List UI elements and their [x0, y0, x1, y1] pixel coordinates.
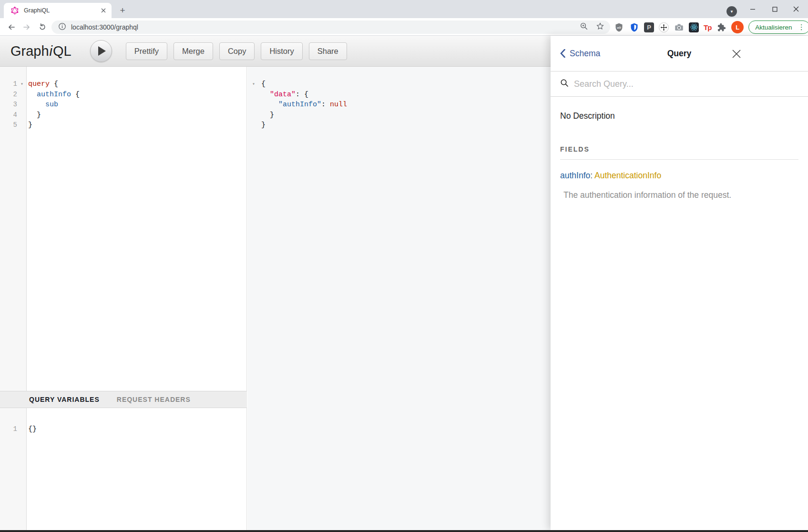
- update-label: Aktualisieren: [755, 24, 792, 31]
- forward-icon[interactable]: [20, 20, 33, 34]
- tab-title: GraphiQL: [24, 7, 95, 14]
- graphql-favicon-icon: [10, 5, 20, 16]
- code-text: query {: [27, 79, 58, 90]
- fold-gutter: [247, 100, 260, 110]
- code-line: 1▾query {: [0, 79, 246, 90]
- code-line: 4 }: [0, 110, 246, 121]
- code-text: }: [260, 120, 266, 131]
- secondary-editor-title-bar: QUERY VARIABLES REQUEST HEADERS: [0, 391, 247, 408]
- result-viewer[interactable]: ▾{ "data": { "authInfo": null }}: [247, 67, 551, 530]
- bookmark-star-icon[interactable]: [596, 22, 604, 32]
- code-text: "data": {: [260, 90, 308, 100]
- query-code: 1▾query {2 authInfo {3 sub4 }5}: [0, 79, 246, 131]
- fold-gutter: [17, 90, 27, 100]
- doc-close-icon[interactable]: [730, 47, 743, 61]
- fold-arrow-icon[interactable]: ▾: [17, 79, 27, 90]
- window-close-button[interactable]: [787, 2, 805, 16]
- taskbar-edge: [0, 530, 808, 532]
- doc-explorer-header: Schema Query: [551, 36, 808, 72]
- privacy-extension-icon[interactable]: P: [644, 22, 654, 32]
- reload-icon[interactable]: [35, 20, 49, 34]
- doc-back-link[interactable]: Schema: [560, 49, 600, 59]
- zoom-icon[interactable]: [580, 22, 588, 32]
- chevron-left-icon: [560, 49, 565, 58]
- query-editor[interactable]: 1▾query {2 authInfo {3 sub4 }5}: [0, 67, 247, 391]
- code-text: {}: [27, 424, 37, 435]
- fields-divider: [560, 159, 798, 160]
- code-line: 3 sub: [0, 100, 246, 110]
- code-text: "authInfo": null: [260, 100, 347, 110]
- result-code: ▾{ "data": { "authInfo": null }}: [247, 79, 551, 131]
- profile-avatar[interactable]: L: [731, 21, 744, 33]
- doc-search-input[interactable]: [574, 79, 798, 89]
- toolbar-buttons: Prettify Merge Copy History Share: [126, 42, 347, 60]
- code-text: authInfo {: [27, 90, 80, 100]
- fold-gutter: [17, 424, 27, 435]
- browser-tab[interactable]: GraphiQL: [4, 3, 112, 18]
- browser-update-button[interactable]: Aktualisieren ⋮: [748, 20, 808, 34]
- field-name-link[interactable]: authInfo: [560, 171, 590, 180]
- execute-query-button[interactable]: [90, 40, 112, 62]
- merge-button[interactable]: Merge: [174, 42, 213, 60]
- fold-gutter: [247, 120, 260, 131]
- url-text[interactable]: localhost:3000/graphql: [71, 23, 138, 31]
- fold-gutter: [17, 120, 27, 131]
- tab-request-headers[interactable]: REQUEST HEADERS: [117, 396, 191, 403]
- line-number: 5: [0, 120, 17, 131]
- move-tool-extension-icon[interactable]: [659, 22, 669, 32]
- new-tab-button[interactable]: +: [116, 4, 129, 17]
- code-line: ▾{: [247, 79, 551, 90]
- field-description: The authentication information of the re…: [560, 190, 798, 200]
- tp-extension-icon[interactable]: Tp: [704, 23, 711, 31]
- doc-search-bar: [551, 72, 808, 97]
- fields-heading: FIELDS: [560, 145, 798, 153]
- code-line: }: [247, 110, 551, 121]
- graphiql-toolbar: GraphiQL Prettify Merge Copy History Sha…: [0, 36, 551, 67]
- bitwarden-extension-icon[interactable]: [629, 22, 639, 32]
- code-line: }: [247, 120, 551, 131]
- browser-menu-icon[interactable]: ⋮: [797, 23, 807, 31]
- code-line: 5}: [0, 120, 246, 131]
- browser-toolbar: localhost:3000/graphql uO P Tp: [0, 18, 808, 36]
- code-line: 1{}: [0, 424, 246, 435]
- line-number: 1: [0, 79, 17, 90]
- extensions-puzzle-icon[interactable]: [716, 22, 726, 32]
- tab-query-variables[interactable]: QUERY VARIABLES: [29, 396, 100, 403]
- field-type-link[interactable]: AuthenticationInfo: [594, 171, 661, 180]
- ublock-extension-icon[interactable]: uO: [614, 22, 624, 32]
- share-button[interactable]: Share: [309, 42, 347, 60]
- back-icon[interactable]: [5, 20, 18, 34]
- line-number: 1: [0, 424, 17, 435]
- code-text: }: [27, 120, 32, 131]
- fold-gutter: [247, 90, 260, 100]
- variables-code: 1{}: [0, 424, 246, 435]
- doc-explorer-title: Query: [667, 49, 692, 59]
- fold-gutter: [17, 110, 27, 121]
- type-description: No Description: [560, 111, 798, 121]
- window-maximize-button[interactable]: [766, 2, 784, 16]
- graphiql-logo: GraphiQL: [10, 43, 72, 59]
- browser-tab-strip: GraphiQL + ▼: [0, 0, 808, 18]
- screenshot-extension-icon[interactable]: [674, 22, 684, 32]
- chrome-status-caret-icon[interactable]: ▼: [726, 6, 737, 17]
- site-info-icon[interactable]: [58, 22, 66, 32]
- code-text: sub: [27, 100, 58, 110]
- line-number: 2: [0, 90, 17, 100]
- prettify-button[interactable]: Prettify: [126, 42, 167, 60]
- history-button[interactable]: History: [261, 42, 302, 60]
- line-number: 4: [0, 110, 17, 121]
- react-devtools-extension-icon[interactable]: [689, 22, 699, 32]
- code-line: "authInfo": null: [247, 100, 551, 110]
- copy-button[interactable]: Copy: [219, 42, 255, 60]
- doc-explorer-contents: No Description FIELDS authInfo: Authenti…: [551, 97, 808, 200]
- variables-editor[interactable]: 1{}: [0, 408, 247, 530]
- window-minimize-button[interactable]: [744, 2, 762, 16]
- code-text: {: [260, 79, 266, 90]
- code-line: "data": {: [247, 90, 551, 100]
- doc-back-label: Schema: [570, 49, 600, 59]
- line-number: 3: [0, 100, 17, 110]
- fold-arrow-icon[interactable]: ▾: [247, 79, 260, 90]
- fold-gutter: [247, 110, 260, 121]
- tab-close-icon[interactable]: [99, 6, 108, 15]
- address-bar[interactable]: localhost:3000/graphql: [51, 20, 610, 34]
